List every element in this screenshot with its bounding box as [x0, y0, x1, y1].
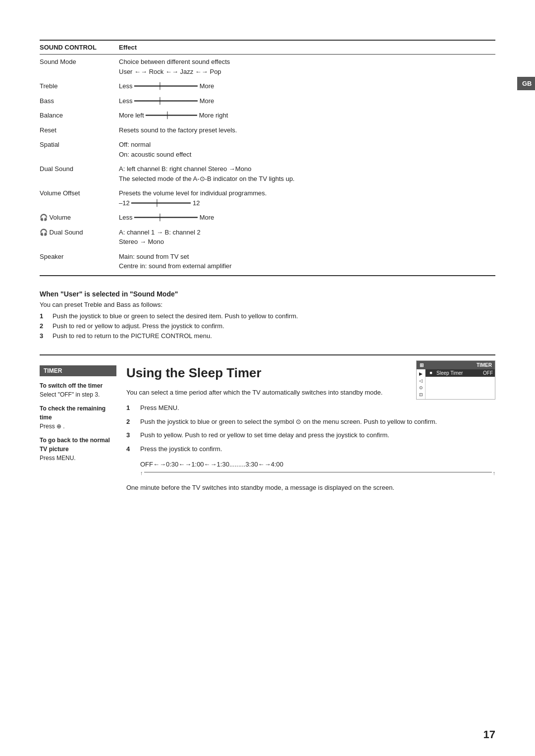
sound-row-left: Spatial [40, 137, 119, 162]
screen-nav-icon-3: ⊙ [418, 384, 424, 391]
sound-row-left: Reset [40, 123, 119, 138]
sidebar-tip-text: Select "OFF" in step 3. [40, 391, 100, 398]
user-step-item: 3Push to red to return to the PICTURE CO… [40, 332, 495, 340]
sound-table-row: 🎧 Dual SoundA: channel 1 → B: channel 2S… [40, 225, 495, 249]
sound-table-row: ResetResets sound to the factory preset … [40, 123, 495, 138]
page-number: 17 [483, 728, 495, 741]
timer-step-item: 3Push to yellow. Push to red or yellow t… [126, 430, 495, 440]
sound-row-right: Choice between different sound effectsUs… [119, 55, 495, 79]
sidebar-title: TIMER [40, 365, 116, 376]
sequence-block: OFF←→0:30←→1:00←→1:30.........3:30←→4:00… [140, 461, 495, 476]
user-steps-list: 1Push the joystick to blue or green to s… [40, 312, 495, 340]
arrow-line [144, 472, 492, 472]
sidebar-tip: To switch off the timerSelect "OFF" in s… [40, 381, 116, 399]
sound-row-right: Less ━━━━━━┿━━━━━━━━━ More [119, 79, 495, 94]
sound-table-row: Dual SoundA: left channel B: right chann… [40, 162, 495, 186]
arrow-right: ↑ [493, 470, 496, 476]
timer-step-item: 1Press MENU. [126, 403, 495, 413]
screen-row-label: Sleep Timer [436, 370, 481, 376]
timer-step-num: 1 [126, 403, 133, 413]
sidebar-tips: To switch off the timerSelect "OFF" in s… [40, 381, 116, 463]
timer-step-item: 2Push the joystick to blue or green to s… [126, 417, 495, 427]
sound-control-header: SOUND CONTROL [40, 40, 119, 55]
sound-row-right: A: channel 1 → B: channel 2Stereo → Mono [119, 225, 495, 249]
screen-row-value: OFF [483, 370, 493, 376]
sound-row-left: Balance [40, 108, 119, 123]
sound-row-left: 🎧 Volume [40, 210, 119, 225]
user-section-heading: When "User" is selected in "Sound Mode" [40, 290, 495, 298]
sidebar-tip-text: Press ⊕ . [40, 423, 65, 430]
effect-header: Effect [119, 40, 495, 55]
sound-row-right: Less ━━━━━━┿━━━━━━━━━ More [119, 94, 495, 109]
sequence-text: OFF←→0:30←→1:00←→1:30.........3:30←→4:00 [140, 461, 495, 468]
sound-table-row: 🎧 VolumeLess ━━━━━━┿━━━━━━━━━ More [40, 210, 495, 225]
screen-header-label: TIMER [477, 362, 492, 368]
sound-row-right: More left ━━━━━┿━━━━━━━ More right [119, 108, 495, 123]
timer-screen-header: ⊞ TIMER [417, 361, 495, 369]
step-text: Push the joystick to blue or green to se… [53, 312, 298, 320]
sound-table-row: BassLess ━━━━━━┿━━━━━━━━━ More [40, 94, 495, 109]
screen-nav-icon-2: ◁ [418, 377, 424, 384]
timer-screen-mockup: ⊞ TIMER ▶ ◁ ⊙ ⊡ ■ Sleep Timer OFF [416, 360, 495, 400]
sound-table-row: BalanceMore left ━━━━━┿━━━━━━━ More righ… [40, 108, 495, 123]
sound-table-row: Volume OffsetPresets the volume level fo… [40, 186, 495, 210]
sound-control-table: SOUND CONTROL Effect Sound ModeChoice be… [40, 40, 495, 276]
sidebar-tip-bold: To check the remaining time [40, 404, 116, 422]
screen-nav-icon-1: ▶ [418, 370, 424, 377]
timer-step-text: Press the joystick to confirm. [140, 444, 222, 454]
sound-row-left: Volume Offset [40, 186, 119, 210]
sound-row-left: 🎧 Dual Sound [40, 225, 119, 249]
gb-tab: GB [517, 77, 535, 90]
sound-row-left: Treble [40, 79, 119, 94]
sound-row-right: Less ━━━━━━┿━━━━━━━━━ More [119, 210, 495, 225]
sound-row-left: Sound Mode [40, 55, 119, 79]
sound-table-row: SpeakerMain: sound from TV setCentre in:… [40, 249, 495, 276]
timer-step-item: 4Press the joystick to confirm. [126, 444, 495, 454]
screen-header-icon: ⊞ [420, 362, 424, 368]
screen-nav-icon-4: ⊡ [418, 391, 424, 398]
user-step-item: 2Push to red or yellow to adjust. Press … [40, 322, 495, 330]
step-text: Push to red to return to the PICTURE CON… [53, 332, 212, 340]
timer-step-text: Push to yellow. Push to red or yellow to… [140, 430, 389, 440]
timer-step-num: 2 [126, 417, 133, 427]
section-divider [40, 354, 495, 355]
timer-step-num: 4 [126, 444, 133, 454]
timer-step-num: 3 [126, 430, 133, 440]
sidebar-tip-text: Press MENU. [40, 455, 76, 462]
sound-row-right: Resets sound to the factory preset level… [119, 123, 495, 138]
sound-row-right: Presets the volume level for individual … [119, 186, 495, 210]
arrow-left: ↑ [140, 470, 143, 476]
sound-row-left: Dual Sound [40, 162, 119, 186]
screen-body: ▶ ◁ ⊙ ⊡ ■ Sleep Timer OFF [417, 369, 495, 399]
user-section: When "User" is selected in "Sound Mode" … [40, 290, 495, 340]
step-text: Push to red or yellow to adjust. Press t… [53, 322, 224, 330]
screen-icon-col: ▶ ◁ ⊙ ⊡ [417, 369, 426, 399]
sidebar: TIMER To switch off the timerSelect "OFF… [40, 365, 126, 499]
sound-table-row: TrebleLess ━━━━━━┿━━━━━━━━━ More [40, 79, 495, 94]
sound-table-row: SpatialOff: normalOn: acoustic sound eff… [40, 137, 495, 162]
user-section-intro: You can preset Treble and Bass as follow… [40, 301, 495, 308]
screen-active-row: ■ Sleep Timer OFF [426, 369, 495, 377]
timer-main: ⊞ TIMER ▶ ◁ ⊙ ⊡ ■ Sleep Timer OFF [126, 365, 495, 499]
timer-steps-list: 1Press MENU.2Push the joystick to blue o… [126, 403, 495, 454]
timer-note: One minute before the TV switches into s… [126, 483, 495, 493]
sidebar-tip: To go back to the normal TV picturePress… [40, 436, 116, 463]
screen-row-icon: ■ [428, 370, 434, 375]
sound-row-right: A: left channel B: right channel Stereo … [119, 162, 495, 186]
timer-step-text: Push the joystick to blue or green to se… [140, 417, 437, 427]
sound-row-right: Off: normalOn: acoustic sound effect [119, 137, 495, 162]
sound-row-right: Main: sound from TV setCentre in: sound … [119, 249, 495, 276]
sidebar-tip-bold: To switch off the timer [40, 381, 116, 390]
step-number: 3 [40, 332, 47, 340]
sound-table-row: Sound ModeChoice between different sound… [40, 55, 495, 79]
user-step-item: 1Push the joystick to blue or green to s… [40, 312, 495, 320]
sound-row-left: Bass [40, 94, 119, 109]
step-number: 2 [40, 322, 47, 330]
sidebar-tip: To check the remaining timePress ⊕ . [40, 404, 116, 431]
screen-content-col: ■ Sleep Timer OFF [426, 369, 495, 399]
sequence-arrows: ↑ ↑ [140, 470, 495, 476]
step-number: 1 [40, 312, 47, 320]
bottom-section: TIMER To switch off the timerSelect "OFF… [40, 365, 495, 499]
timer-step-text: Press MENU. [140, 403, 179, 413]
sound-row-left: Speaker [40, 249, 119, 276]
